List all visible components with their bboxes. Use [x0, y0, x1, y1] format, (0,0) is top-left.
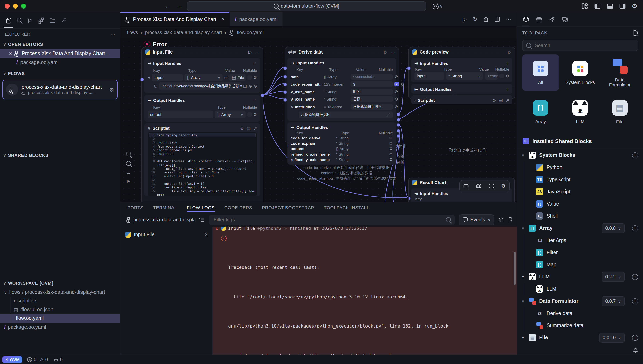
node-code-preview[interactable]: Code preview ▷ ⇥Input Handles＋ KeyTypeVa… — [408, 47, 515, 99]
breadcrumb[interactable]: flows › process-xlsx-data-and-display-ch… — [120, 27, 517, 38]
block-row[interactable]: ▼ JavaScript ∨ i — [517, 186, 643, 198]
traceback-link[interactable]: gnu/lib/python3.10/site-packages/python_… — [228, 324, 411, 329]
derive-output-row[interactable]: code_explain “String ⚙ — [291, 141, 393, 146]
node-more-icon[interactable]: ⋯ — [255, 49, 260, 54]
folder-icon[interactable] — [50, 16, 56, 24]
breadcrumb-flow-name[interactable]: process-xlsx-data-and-display-chart — [145, 30, 222, 35]
panel-icon[interactable] — [464, 184, 469, 188]
fit-view-icon[interactable]: ↔ — [126, 170, 131, 175]
browse-file-icon[interactable]: ▤ — [243, 84, 247, 88]
log-output[interactable]: ↻ Input File +python#2 » finished at 202… — [213, 226, 517, 355]
history-forward-button[interactable]: → — [176, 3, 182, 9]
derive-output-row[interactable]: code_for_derive “String ⚙ — [291, 135, 393, 141]
history-back-button[interactable]: ← — [165, 3, 170, 9]
toolpack-search[interactable] — [522, 40, 638, 51]
handle-gear-icon[interactable]: ⚙ — [254, 112, 257, 117]
block-row[interactable]: ▼ Summarize data ∨ i — [517, 320, 643, 332]
zoom-in-icon[interactable] — [126, 152, 131, 157]
handle-key-field[interactable]: output — [148, 111, 213, 118]
block-row[interactable]: ▼ LLM 0.2.2∨ i — [517, 271, 643, 283]
traceback-link[interactable]: /root/.local/share/uv/python/cpython-3.1… — [250, 294, 408, 300]
explorer-more-icon[interactable]: ⋯ — [110, 32, 115, 37]
info-icon[interactable]: i — [632, 334, 638, 341]
file-path-field[interactable]: /oomol-driver/oomol-storage/社会消费品零售总额.xl… — [159, 82, 242, 90]
tree-item[interactable]: flow.oo.yaml — [0, 314, 120, 323]
value-field[interactable]: 3 — [351, 81, 393, 87]
shared-blocks-section[interactable]: ∨ SHARED BLOCKS — [0, 150, 120, 160]
nullable-checkbox[interactable]: ✓ — [394, 82, 399, 86]
nullable-checkbox[interactable] — [247, 76, 252, 80]
handle-gear-icon[interactable]: ⚙ — [394, 74, 398, 79]
type-select[interactable]: []Array∨ — [185, 74, 223, 82]
toolpack-card[interactable]: File — [602, 94, 638, 130]
derive-output-row[interactable]: content []Array ⚙ — [291, 146, 393, 152]
handle-gear-icon[interactable]: ⚙ — [394, 90, 398, 94]
extensions-icon[interactable] — [38, 16, 44, 24]
derive-output-row[interactable]: refined_y_axis_name “String ⚙ — [291, 157, 393, 162]
notifications-bell-icon[interactable] — [633, 346, 638, 354]
block-row[interactable]: ▼ System Blocks ∨ i — [517, 149, 643, 161]
version-select[interactable]: 0.0.10∨ — [599, 333, 625, 342]
breadcrumb-flows[interactable]: flows — [127, 30, 138, 35]
handle-gear-icon[interactable]: ⚙ — [389, 136, 393, 140]
tab-flow-editor[interactable]: Process Xlsx Data And Display Chart × — [120, 12, 230, 26]
tree-item[interactable]: .flow.ui.oo.json — [0, 305, 120, 314]
value-field[interactable]: 时间 — [351, 89, 393, 95]
handle-key-field[interactable]: input — [152, 74, 183, 82]
derive-input-row[interactable]: ∨y_axis_name “String 总额 ✓ ⚙ — [291, 96, 393, 103]
version-select[interactable]: 0.0.8∨ — [602, 223, 625, 233]
flows-section[interactable]: ∨ FLOWS — [0, 68, 120, 78]
new-toolpack-icon[interactable] — [633, 30, 638, 36]
handle-gear-icon[interactable]: ⚙ — [400, 82, 404, 86]
tab-package-yaml[interactable]: package.oo.yaml — [230, 12, 283, 26]
log-outline-icon[interactable] — [199, 218, 205, 222]
info-icon[interactable]: i — [632, 152, 638, 158]
zoom-out-icon[interactable] — [126, 161, 131, 166]
block-row[interactable]: ▼ Array 0.0.8∨ i — [517, 222, 643, 234]
derive-input-row[interactable]: ∨code_repair_att... 123Integer 3 ✓ ⚙ — [291, 80, 393, 88]
toggle-right-sidebar-icon[interactable] — [619, 4, 625, 9]
input-handle-dot[interactable] — [408, 196, 411, 200]
value-field[interactable]: 根据总额进行排序 — [351, 104, 393, 110]
panel-tab[interactable]: TOOLPACK INSTALL — [324, 202, 369, 213]
window-controls[interactable] — [5, 4, 26, 8]
events-select[interactable]: Events ∨ — [459, 214, 494, 225]
handle-gear-icon[interactable]: ⚙ — [394, 97, 398, 102]
open-editor-item[interactable]: package.oo.yaml — [0, 58, 120, 67]
block-row[interactable]: ▼ TypeScript ∨ i — [517, 174, 643, 186]
output-handle-dot[interactable] — [396, 123, 400, 127]
derive-input-row[interactable]: ∨x_axis_name “String 时间 ✓ ⚙ — [291, 88, 393, 96]
log-scrollbar[interactable] — [514, 252, 516, 285]
derive-input-row[interactable]: ∨instruction ≡Textarea 根据总额进行排序 ✓ ⚙ — [291, 103, 393, 110]
node-more-icon[interactable]: ⋯ — [391, 49, 395, 54]
toolpack-card[interactable]: All — [522, 54, 559, 91]
handle-gear-icon[interactable]: ⚙ — [506, 74, 509, 78]
node-toolbar[interactable]: ⚙ — [459, 180, 510, 192]
flow-card[interactable]: process-xlsx-data-and-display-chart proc… — [2, 80, 118, 99]
type-select[interactable]: []Array∨ — [215, 111, 246, 118]
block-row[interactable]: ▼ Iter Args ∨ i — [517, 234, 643, 246]
output-handle-dot[interactable] — [396, 129, 400, 132]
problems-errors[interactable]: ✕0 — [27, 357, 36, 362]
block-row[interactable]: ▼ Value ∨ i — [517, 198, 643, 210]
block-row[interactable]: ▼ Shell ∨ i — [517, 210, 643, 222]
attach-icon[interactable]: ⊘ — [492, 98, 496, 102]
expand-row-icon[interactable]: ∨ — [148, 76, 150, 80]
panel-tab[interactable]: PROJECT BOOTSTRAP — [262, 202, 314, 213]
version-select[interactable]: 0.2.2∨ — [602, 272, 625, 282]
add-output-handle-icon[interactable]: ＋ — [253, 97, 257, 103]
collapse-triangle-icon[interactable]: ▼ — [521, 226, 526, 230]
block-row[interactable]: ▼ Filter ∨ i — [517, 246, 643, 258]
collapse-icon[interactable]: ∨ — [148, 126, 150, 130]
block-row[interactable]: ▼ Data Formulator 0.0.7∨ i — [517, 295, 643, 307]
run-flow-button[interactable]: ▷ — [462, 16, 467, 22]
info-icon[interactable]: i — [632, 225, 638, 231]
workspace-section[interactable]: ∨ WORKSPACE [OVM] — [0, 278, 120, 288]
instruction-textarea[interactable]: 根据总额进行排序⋰ — [299, 111, 393, 118]
ovm-badge[interactable]: ✕OVM — [2, 356, 22, 363]
key-icon[interactable] — [61, 16, 67, 24]
explorer-activity-icon[interactable] — [6, 16, 12, 24]
nullable-checkbox[interactable] — [247, 112, 252, 117]
block-row[interactable]: ▼ LLM ∨ i — [517, 283, 643, 295]
toggle-panel-icon[interactable] — [607, 4, 613, 9]
